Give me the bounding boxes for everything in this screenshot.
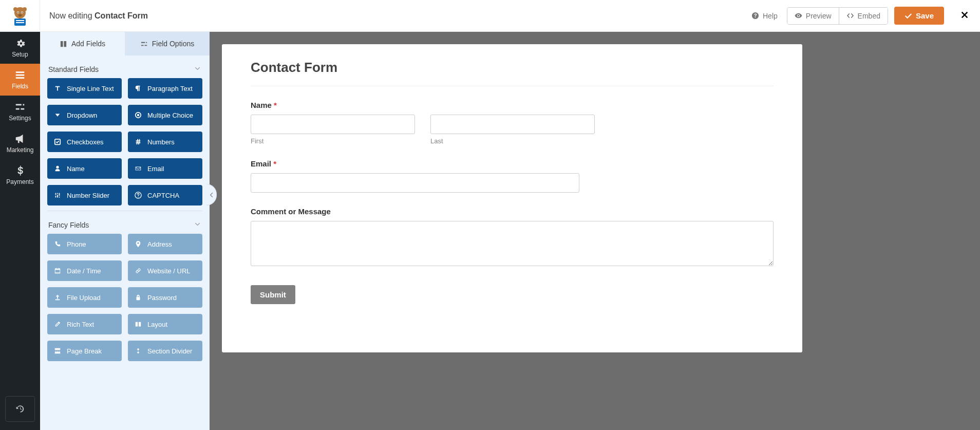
pin-icon: [134, 240, 142, 248]
nav-fields-label: Fields: [12, 83, 28, 90]
mail-icon: [134, 164, 142, 173]
field-type-address[interactable]: Address: [128, 234, 202, 254]
section-standard-label: Standard Fields: [48, 65, 99, 73]
form-name: Contact Form: [95, 11, 148, 20]
options-icon: [140, 40, 148, 48]
topbar: Now editing Contact Form Help Preview Em…: [0, 0, 980, 32]
required-marker: *: [274, 101, 277, 109]
close-button[interactable]: [959, 10, 970, 22]
page-title: Now editing Contact Form: [40, 11, 748, 21]
field-type-password[interactable]: Password: [128, 287, 202, 308]
layout-icon: [60, 40, 67, 48]
save-button[interactable]: Save: [894, 7, 944, 25]
nav-payments-label: Payments: [6, 178, 33, 185]
caret-icon: [53, 111, 62, 119]
preview-label: Preview: [806, 12, 832, 20]
field-type-label: Section Divider: [147, 347, 192, 355]
field-comment[interactable]: Comment or Message: [251, 207, 774, 268]
preview-button[interactable]: Preview: [787, 8, 839, 24]
list-icon: [14, 69, 26, 81]
lock-icon: [134, 293, 142, 302]
calendar-icon: [53, 267, 62, 275]
field-type-file-upload[interactable]: File Upload: [47, 287, 122, 308]
phone-icon: [53, 240, 62, 248]
link-icon: [134, 267, 142, 275]
question-icon: [134, 191, 142, 199]
field-type-number-slider[interactable]: Number Slider: [47, 185, 122, 205]
form-canvas[interactable]: Contact Form Name * First Last: [222, 44, 802, 352]
close-icon: [959, 10, 970, 20]
field-type-date-time[interactable]: Date / Time: [47, 260, 122, 281]
first-name-input[interactable]: [251, 115, 415, 134]
nav-marketing[interactable]: Marketing: [0, 127, 40, 159]
nav-setup-label: Setup: [12, 51, 28, 58]
help-link[interactable]: Help: [748, 12, 781, 20]
field-name[interactable]: Name * First Last: [251, 101, 774, 145]
embed-label: Embed: [858, 12, 880, 20]
columns-icon: [134, 320, 142, 328]
submit-button[interactable]: Submit: [251, 285, 295, 304]
history-icon: [15, 404, 25, 414]
preview-embed-group: Preview Embed: [787, 7, 888, 25]
section-standard-toggle[interactable]: Standard Fields: [47, 61, 202, 78]
field-type-label: Website / URL: [147, 267, 191, 275]
field-type-layout[interactable]: Layout: [128, 314, 202, 334]
field-type-single-line-text[interactable]: Single Line Text: [47, 78, 122, 99]
field-type-label: Dropdown: [67, 111, 97, 119]
svg-rect-13: [16, 20, 24, 21]
sliders-icon: [14, 101, 26, 113]
field-type-label: Paragraph Text: [147, 85, 193, 92]
field-type-name[interactable]: Name: [47, 158, 122, 179]
tab-add-fields[interactable]: Add Fields: [40, 32, 125, 55]
field-type-section-divider[interactable]: Section Divider: [128, 341, 202, 361]
field-type-label: Name: [67, 165, 85, 173]
app-logo[interactable]: [0, 0, 40, 32]
nav-payments[interactable]: Payments: [0, 159, 40, 191]
tab-field-options[interactable]: Field Options: [125, 32, 210, 55]
nav-setup[interactable]: Setup: [0, 32, 40, 64]
field-email[interactable]: Email *: [251, 159, 774, 193]
bullhorn-icon: [14, 133, 26, 144]
field-type-label: Checkboxes: [67, 138, 104, 146]
field-type-checkboxes[interactable]: Checkboxes: [47, 132, 122, 152]
nav-marketing-label: Marketing: [7, 146, 34, 154]
email-label: Email *: [251, 159, 774, 168]
field-type-captcha[interactable]: CAPTCHA: [128, 185, 202, 205]
field-type-email[interactable]: Email: [128, 158, 202, 179]
name-label-text: Name: [251, 101, 272, 109]
last-name-input[interactable]: [430, 115, 595, 134]
code-icon: [846, 12, 854, 20]
field-type-phone[interactable]: Phone: [47, 234, 122, 254]
field-type-label: Number Slider: [67, 192, 109, 199]
field-type-label: Date / Time: [67, 267, 101, 275]
comment-label: Comment or Message: [251, 207, 774, 216]
svg-point-5: [13, 7, 17, 11]
email-input[interactable]: [251, 173, 579, 193]
field-type-label: Email: [147, 165, 164, 173]
history-button[interactable]: [5, 396, 35, 422]
field-type-page-break[interactable]: Page Break: [47, 341, 122, 361]
name-label: Name *: [251, 101, 774, 109]
nav-fields[interactable]: Fields: [0, 64, 40, 96]
check-icon: [53, 138, 62, 146]
section-fancy-toggle[interactable]: Fancy Fields: [47, 216, 202, 234]
embed-button[interactable]: Embed: [839, 8, 888, 24]
fields-panel: Add Fields Field Options Standard Fields…: [40, 32, 210, 430]
nav-settings[interactable]: Settings: [0, 96, 40, 127]
field-type-paragraph-text[interactable]: Paragraph Text: [128, 78, 202, 99]
editing-prefix: Now editing: [49, 11, 95, 20]
field-type-multiple-choice[interactable]: Multiple Choice: [128, 105, 202, 125]
arrows-icon: [134, 347, 142, 355]
field-type-label: Layout: [147, 321, 167, 328]
comment-textarea[interactable]: [251, 221, 774, 266]
hash-icon: [134, 138, 142, 146]
field-type-rich-text[interactable]: Rich Text: [47, 314, 122, 334]
field-type-numbers[interactable]: Numbers: [128, 132, 202, 152]
field-type-website-url[interactable]: Website / URL: [128, 260, 202, 281]
gear-icon: [14, 38, 26, 49]
field-type-dropdown[interactable]: Dropdown: [47, 105, 122, 125]
svg-rect-14: [16, 22, 24, 23]
chevron-down-icon: [194, 65, 201, 74]
nav-rail: Setup Fields Settings Marketing Payments: [0, 32, 40, 430]
check-icon: [904, 12, 912, 20]
